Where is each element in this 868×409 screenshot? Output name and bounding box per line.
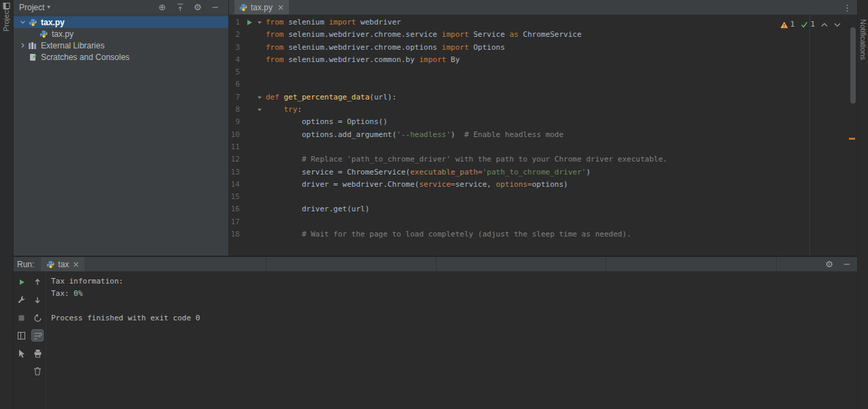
project-view-selector[interactable]: Project ▾ [19,3,50,12]
code-area[interactable]: 1from selenium import webdriver2from sel… [229,15,857,241]
editor-tab-bar: tax.py × ⋮ [229,0,857,15]
code-line-4[interactable]: 4from selenium.webdriver.common.by impor… [229,54,857,66]
down-stack-trace-button[interactable] [31,294,44,306]
gutter[interactable]: 9 [229,116,264,128]
gutter[interactable]: 10 [229,129,264,141]
editor-body[interactable]: 1from selenium import webdriver2from sel… [229,15,857,256]
inspect-pointer-icon[interactable] [16,347,28,359]
code-line-5[interactable]: 5 [229,66,857,78]
restore-layout-icon[interactable] [16,329,28,342]
ok-indicator[interactable]: 1 [801,18,815,31]
code-line-15[interactable]: 15 [229,191,857,203]
gutter[interactable]: 8 [229,104,264,116]
warnings-indicator[interactable]: 1 [780,18,795,31]
fold-icon[interactable] [257,107,262,112]
line-number: 9 [229,116,240,128]
gutter[interactable]: 2 [229,29,264,41]
editor-options-menu-icon[interactable]: ⋮ [843,1,852,14]
prev-problem-button[interactable] [821,22,828,27]
gutter[interactable]: 18 [229,228,264,241]
tree-item-label: tax.py [52,29,74,39]
ide-window: Project Project ▾ ⊕⚙− tax.pytax.pyExtern… [0,0,868,409]
project-panel-toolbar: ⊕⚙− [156,1,221,14]
gutter[interactable]: 7 [229,91,264,104]
chevron-right-icon[interactable] [18,42,27,48]
edit-configuration-wrench-icon[interactable] [16,294,28,306]
code-line-16[interactable]: 16 driver.get(url) [229,203,857,215]
fold-icon[interactable] [257,95,262,100]
notifications-stripe-button[interactable]: Notifications [859,19,867,60]
print-icon[interactable] [31,347,44,359]
code-line-11[interactable]: 11 [229,141,857,153]
code-text: from selenium.webdriver.chrome.service i… [266,29,857,41]
line-number: 4 [229,54,240,66]
tree-item-external-libraries[interactable]: External Libraries [14,40,228,51]
run-tab-tax[interactable]: tax × [41,257,84,271]
hide-panel-icon[interactable]: − [841,258,853,271]
code-line-8[interactable]: 8 try: [229,104,857,116]
code-text [266,216,857,228]
tree-item-scratches-and-consoles[interactable]: Scratches and Consoles [14,51,228,63]
code-line-6[interactable]: 6 [229,78,857,91]
fold-icon[interactable] [257,20,262,25]
gutter[interactable]: 14 [229,179,264,191]
code-line-1[interactable]: 1from selenium import webdriver [229,16,857,29]
gutter[interactable]: 4 [229,54,264,66]
gutter[interactable]: 12 [229,153,264,166]
gutter[interactable]: 3 [229,42,264,54]
run-line-icon[interactable] [246,19,253,26]
stop-button[interactable] [16,312,28,324]
soft-wrap-toggle[interactable] [31,329,44,342]
run-panel: Run: tax × ⚙− Tax information:Tax: 0% Pr… [14,256,857,409]
editor-tab-taxpy[interactable]: tax.py × [234,0,289,14]
gutter[interactable]: 1 [229,16,264,29]
gutter[interactable]: 15 [229,191,264,203]
next-problem-button[interactable] [834,22,841,27]
code-line-12[interactable]: 12 # Replace 'path_to_chrome_driver' wit… [229,153,857,166]
close-tab-icon[interactable]: × [277,3,284,12]
line-number: 5 [229,66,240,78]
line-number: 13 [229,166,240,179]
code-line-14[interactable]: 14 driver = webdriver.Chrome(service=ser… [229,179,857,191]
line-number: 17 [229,216,240,228]
code-line-18[interactable]: 18 # Wait for the page to load completel… [229,228,857,241]
clear-console-icon[interactable] [31,365,44,377]
code-line-13[interactable]: 13 service = ChromeService(executable_pa… [229,166,857,179]
editor-scrollbar[interactable] [849,15,857,256]
settings-gear-icon[interactable]: ⚙ [823,258,835,271]
left-tool-stripe: Project [0,0,14,409]
gutter[interactable]: 16 [229,203,264,215]
locate-file-icon[interactable]: ⊕ [156,1,168,14]
tree-item-tax-py[interactable]: tax.py [14,16,228,28]
scrollbar-thumb[interactable] [850,27,856,104]
project-stripe-button[interactable]: Project [2,8,10,31]
close-run-tab-icon[interactable]: × [72,260,79,269]
code-line-2[interactable]: 2from selenium.webdriver.chrome.service … [229,29,857,41]
tree-item-tax-py[interactable]: tax.py [14,28,228,40]
warning-stripe-mark[interactable] [849,138,855,140]
up-stack-trace-button[interactable] [31,276,44,288]
gutter[interactable]: 13 [229,166,264,179]
code-text [266,141,857,153]
code-line-3[interactable]: 3from selenium.webdriver.chrome.options … [229,42,857,54]
code-line-7[interactable]: 7def get_percentage_data(url): [229,91,857,104]
main-area: Project ▾ ⊕⚙− tax.pytax.pyExternal Libra… [14,0,857,409]
collapse-all-icon[interactable] [174,1,186,14]
project-panel-header: Project ▾ ⊕⚙− [14,0,228,15]
code-text [266,78,857,91]
gutter[interactable]: 6 [229,78,264,91]
code-line-10[interactable]: 10 options.add_argument('--headless') # … [229,129,857,141]
gutter[interactable]: 5 [229,66,264,78]
chevron-down-icon[interactable] [18,19,27,25]
code-line-17[interactable]: 17 [229,216,857,228]
rerun-icon[interactable] [31,312,44,324]
gutter[interactable]: 11 [229,141,264,153]
hide-panel-icon[interactable]: − [209,1,221,14]
code-line-9[interactable]: 9 options = Options() [229,116,857,128]
console-line: Process finished with exit code 0 [51,312,857,324]
gutter[interactable]: 17 [229,216,264,228]
run-console[interactable]: Tax information:Tax: 0% Process finished… [46,272,857,409]
python-file-icon [27,18,37,27]
rerun-button[interactable] [16,276,28,288]
settings-gear-icon[interactable]: ⚙ [191,1,204,14]
